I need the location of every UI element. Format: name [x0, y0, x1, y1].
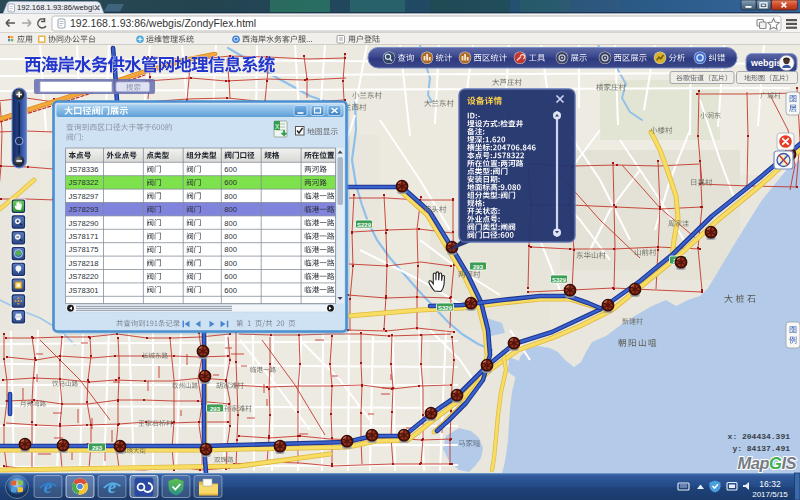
svg-text:JS78171: JS78171	[69, 232, 99, 241]
svg-text:192.168.1.93:86/webgi...: 192.168.1.93:86/webgi...	[17, 3, 100, 12]
svg-text:S229: S229	[357, 222, 372, 228]
svg-text:y: 84137.491: y: 84137.491	[732, 444, 790, 453]
svg-text:600: 600	[224, 286, 237, 295]
svg-text:JS78301: JS78301	[69, 286, 99, 295]
svg-text:JS78175: JS78175	[69, 245, 99, 254]
svg-text:JS78293: JS78293	[69, 205, 99, 214]
svg-text:600: 600	[224, 165, 237, 174]
svg-text:2017/5/15: 2017/5/15	[752, 490, 788, 499]
svg-text:800: 800	[224, 232, 237, 241]
svg-text:16:32: 16:32	[759, 479, 781, 489]
svg-text:800: 800	[224, 219, 237, 228]
svg-text:600: 600	[224, 178, 237, 187]
svg-text:JS78336: JS78336	[69, 165, 99, 174]
svg-text:MapGIS: MapGIS	[738, 454, 797, 472]
svg-text:S329: S329	[438, 305, 453, 311]
svg-text:X: X	[275, 123, 280, 130]
svg-text:600: 600	[224, 272, 237, 281]
svg-text:800: 800	[224, 259, 237, 268]
svg-text:S329: S329	[552, 277, 567, 283]
svg-text:e: e	[44, 476, 53, 497]
svg-text:x: 204434.391: x: 204434.391	[728, 432, 791, 441]
svg-text:JS78322: JS78322	[69, 178, 99, 187]
svg-text:JS78290: JS78290	[69, 219, 99, 228]
svg-text:800: 800	[224, 192, 237, 201]
svg-text:293: 293	[473, 264, 484, 270]
svg-text:293: 293	[92, 445, 103, 451]
svg-text:293: 293	[210, 406, 221, 412]
svg-text:JS78297: JS78297	[69, 192, 99, 201]
svg-text:800: 800	[224, 205, 237, 214]
svg-text:JS78220: JS78220	[69, 272, 99, 281]
svg-text:800: 800	[224, 245, 237, 254]
svg-text:e: e	[108, 476, 117, 497]
svg-text:JS78218: JS78218	[69, 259, 99, 268]
svg-text:webgis: webgis	[750, 58, 782, 68]
svg-text:192.168.1.93:86/webgis/ZondyFl: 192.168.1.93:86/webgis/ZondyFlex.html	[70, 17, 256, 29]
